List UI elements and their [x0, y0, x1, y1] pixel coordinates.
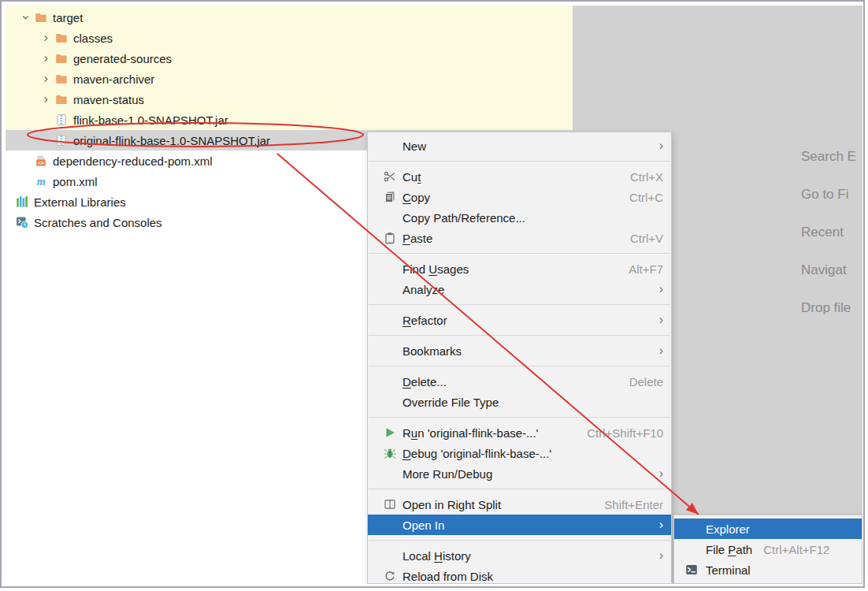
debug-icon [384, 447, 396, 459]
menu-item-override-file-type[interactable]: Override File Type [368, 392, 671, 412]
tree-row-label: pom.xml [53, 175, 98, 188]
chevron-right-icon[interactable] [36, 93, 55, 106]
icon-spacer [384, 283, 396, 296]
menu-item-shortcut: Ctrl+C [629, 191, 663, 204]
tree-row-target[interactable]: target [6, 7, 573, 28]
menu-item-label: Find Usages [402, 262, 469, 276]
external-libraries-icon [16, 195, 28, 208]
menu-item-open-in[interactable]: Open In› [368, 515, 671, 535]
menu-item-label: Override File Type [402, 396, 499, 409]
submenu-arrow-icon: › [659, 139, 663, 152]
jar-icon [55, 134, 68, 147]
menu-item-analyze[interactable]: Analyze› [368, 279, 671, 299]
icon-spacer [384, 262, 396, 275]
tree-row-flink-base-1-0-snapshot-jar[interactable]: flink-base-1.0-SNAPSHOT.jar [6, 110, 573, 130]
chevron-spacer [36, 113, 55, 126]
menu-item-shortcut: Alt+F7 [629, 262, 663, 276]
chevron-right-icon[interactable] [36, 32, 55, 44]
menu-item-copy-path-reference[interactable]: Copy Path/Reference... [368, 207, 671, 228]
menu-item-bookmarks[interactable]: Bookmarks› [368, 340, 671, 361]
menu-separator [369, 161, 670, 162]
menu-item-label: New [402, 139, 426, 153]
chevron-spacer [36, 134, 55, 147]
menu-item-open-in-right-split[interactable]: Open in Right SplitShift+Enter [368, 494, 671, 515]
folder-icon [55, 72, 68, 85]
menu-item-label: More Run/Debug [402, 467, 492, 481]
editor-hint: Drop file [801, 300, 851, 318]
chevron-right-icon[interactable] [36, 52, 55, 65]
menu-item-new[interactable]: New› [368, 136, 671, 156]
menu-item-copy[interactable]: CopyCtrl+C [368, 187, 671, 207]
icon-spacer [384, 344, 396, 357]
reload-icon [384, 570, 396, 582]
menu-item-label: Explorer [706, 522, 750, 536]
tree-row-classes[interactable]: classes [6, 28, 573, 48]
terminal-icon [685, 563, 699, 576]
menu-item-delete[interactable]: Delete...Delete [368, 371, 671, 392]
chevron-spacer [16, 154, 35, 167]
chevron-right-icon[interactable] [36, 72, 55, 85]
svg-text:<>: <> [38, 160, 44, 166]
chevron-down-icon[interactable] [16, 11, 35, 24]
menu-separator [369, 417, 670, 418]
submenu-arrow-icon: › [659, 519, 663, 531]
split-icon [384, 498, 396, 511]
svg-text:m: m [37, 176, 46, 188]
menu-item-local-history[interactable]: Local History› [368, 545, 671, 566]
tree-row-label: generated-sources [73, 52, 172, 65]
menu-item-label: Local History [402, 549, 471, 563]
menu-item-shortcut: Shift+Enter [604, 498, 663, 511]
window-content: targetclassesgenerated-sourcesmaven-arch… [6, 6, 862, 584]
submenu-arrow-icon: › [659, 283, 663, 296]
open-in-submenu: ExplorerFile PathCtrl+Alt+F12Terminal [673, 515, 862, 584]
menu-item-paste[interactable]: PasteCtrl+V [368, 228, 671, 248]
menu-item-debug-original-flink-base[interactable]: Debug 'original-flink-base-...' [368, 443, 671, 463]
maven-icon: m [35, 175, 47, 188]
menu-item-find-usages[interactable]: Find UsagesAlt+F7 [368, 258, 671, 279]
menu-item-label: Copy Path/Reference... [402, 211, 525, 225]
context-menu: New›CutCtrl+XCopyCtrl+CCopy Path/Referen… [367, 132, 672, 584]
menu-item-label: Debug 'original-flink-base-...' [402, 447, 551, 460]
menu-separator [369, 366, 670, 366]
menu-item-label: Paste [402, 232, 432, 245]
submenu-item-explorer[interactable]: Explorer [674, 519, 862, 539]
submenu-item-file-path[interactable]: File PathCtrl+Alt+F12 [674, 539, 862, 559]
tree-row-label: maven-status [73, 93, 144, 106]
tree-row-label: dependency-reduced-pom.xml [53, 154, 213, 168]
menu-item-reload-from-disk[interactable]: Reload from Disk [368, 566, 671, 584]
icon-spacer [384, 396, 396, 408]
paste-icon [384, 232, 396, 244]
menu-item-refactor[interactable]: Refactor› [368, 310, 671, 330]
menu-item-label: Bookmarks [402, 344, 462, 358]
icon-spacer [384, 467, 396, 480]
tree-row-label: original-flink-base-1.0-SNAPSHOT.jar [73, 134, 270, 147]
editor-hint: Recent [801, 225, 844, 242]
tree-row-label: External Libraries [34, 195, 126, 209]
editor-hint: Navigat [801, 262, 847, 280]
folder-icon [55, 32, 68, 44]
scratches-icon [16, 216, 28, 229]
tree-row-maven-archiver[interactable]: maven-archiver [6, 69, 573, 89]
tree-row-label: flink-base-1.0-SNAPSHOT.jar [73, 113, 228, 127]
menu-separator [369, 540, 670, 541]
menu-item-more-run-debug[interactable]: More Run/Debug› [368, 463, 671, 484]
tree-row-maven-status[interactable]: maven-status [6, 89, 573, 110]
submenu-arrow-icon: › [659, 467, 663, 480]
xml-file-icon: <> [35, 154, 47, 167]
copy-icon [384, 191, 396, 203]
ide-window: targetclassesgenerated-sourcesmaven-arch… [0, 0, 865, 588]
menu-item-label: File Path [706, 543, 752, 556]
jar-icon [55, 113, 68, 126]
menu-item-run-original-flink-base[interactable]: Run 'original-flink-base-...'Ctrl+Shift+… [368, 422, 671, 443]
submenu-item-terminal[interactable]: Terminal [674, 559, 862, 580]
icon-spacer [384, 139, 396, 152]
tree-row-generated-sources[interactable]: generated-sources [6, 48, 573, 69]
submenu-arrow-icon: › [659, 549, 663, 562]
cut-icon [384, 170, 396, 183]
tree-row-label: Scratches and Consoles [34, 216, 162, 229]
menu-item-shortcut: Delete [629, 375, 663, 388]
menu-item-label: Copy [402, 191, 430, 204]
menu-item-cut[interactable]: CutCtrl+X [368, 166, 671, 187]
submenu-arrow-icon: › [659, 344, 663, 357]
icon-spacer [384, 211, 396, 224]
